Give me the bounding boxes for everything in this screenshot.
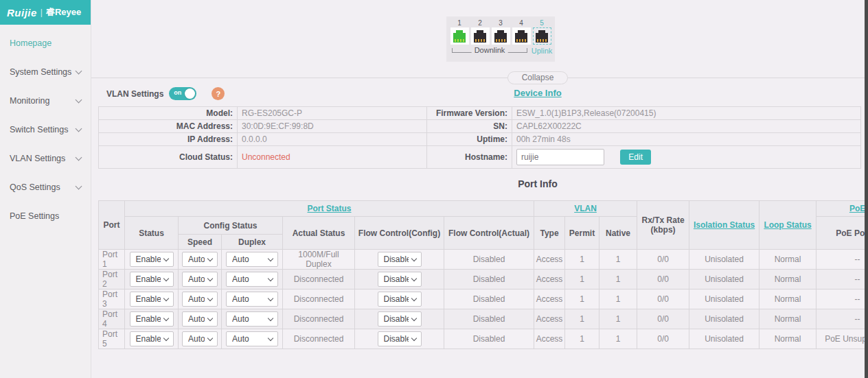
status-dropdown: Enabled xyxy=(130,252,174,267)
duplex-select[interactable]: Auto xyxy=(226,311,278,327)
sidebar-item-vlan-settings[interactable]: VLAN Settings xyxy=(0,144,91,173)
model-label: Model: xyxy=(99,107,238,120)
type-cell: Access xyxy=(534,290,565,309)
flow-control-config-select[interactable]: Disabled xyxy=(378,252,422,267)
duplex-cell: Auto xyxy=(222,309,283,329)
status-cell: Enabled xyxy=(125,270,179,290)
rate-cell: 0/0 xyxy=(637,309,689,329)
vertical-scrollbar[interactable] xyxy=(865,0,868,378)
sidebar-item-qos-settings[interactable]: QoS Settings xyxy=(0,173,91,202)
sidebar-item-system-settings[interactable]: System Settings xyxy=(0,58,91,86)
uplink-label: Uplink xyxy=(529,47,554,55)
speed-select[interactable]: Auto xyxy=(182,311,218,327)
native-cell: 1 xyxy=(599,270,637,290)
loop-cell: Normal xyxy=(760,250,816,270)
flow-control-config-dropdown: Disabled xyxy=(378,331,422,346)
speed-select[interactable]: Auto xyxy=(182,272,218,287)
device-info-link[interactable]: Device Info xyxy=(514,88,561,98)
sidebar-item-monitoring[interactable]: Monitoring xyxy=(0,86,91,115)
speed-select[interactable]: Auto xyxy=(182,331,218,346)
brand-separator: | xyxy=(41,8,43,17)
port-3[interactable]: 3 xyxy=(490,19,511,45)
duplex-cell: Auto xyxy=(222,290,283,309)
permit-cell: 1 xyxy=(565,309,599,329)
status-select[interactable]: Enabled xyxy=(130,331,174,346)
speed-select[interactable]: Auto xyxy=(182,252,218,267)
duplex-select[interactable]: Auto xyxy=(226,331,278,346)
loop-cell: Normal xyxy=(760,329,816,349)
isolation-status-link[interactable]: Isolation Status xyxy=(694,220,755,230)
rj45-connector-icon xyxy=(536,33,548,43)
actual-status-cell: Disconnected xyxy=(283,329,355,349)
speed-select[interactable]: Auto xyxy=(182,292,218,307)
col-permit: Permit xyxy=(565,217,599,250)
sidebar-item-label: Homepage xyxy=(10,38,52,48)
poe-power-cell: -- xyxy=(816,250,868,270)
firmware-value: ESW_1.0(1)B1P3,Release(07200415) xyxy=(512,107,861,120)
flow-control-config-select[interactable]: Disabled xyxy=(378,292,422,307)
sidebar-item-poe-settings[interactable]: PoE Settings xyxy=(0,202,91,231)
edit-hostname-button[interactable]: Edit xyxy=(620,150,651,165)
ports-row: 12345 xyxy=(446,16,555,45)
collapse-button[interactable]: Collapse xyxy=(507,71,568,84)
sidebar-item-label: QoS Settings xyxy=(10,182,60,192)
status-select[interactable]: Enabled xyxy=(130,311,174,327)
port-1[interactable]: 1 xyxy=(449,19,470,45)
duplex-cell: Auto xyxy=(222,329,283,349)
isolation-cell: Unisolated xyxy=(689,290,760,309)
vlan-link[interactable]: VLAN xyxy=(574,204,597,213)
loop-status-link[interactable]: Loop Status xyxy=(764,220,811,230)
sidebar-item-switch-settings[interactable]: Switch Settings xyxy=(0,115,91,144)
status-select[interactable]: Enabled xyxy=(130,252,174,267)
flow-control-config-dropdown: Disabled xyxy=(378,311,422,327)
type-cell: Access xyxy=(534,250,565,270)
device-info-row: Model: RG-ES205GC-P Firmware Version: ES… xyxy=(99,107,861,120)
actual-status-cell: Disconnected xyxy=(283,270,355,290)
col-speed: Speed xyxy=(179,235,222,250)
flow-control-config-cell: Disabled xyxy=(355,270,444,290)
flow-control-config-cell: Disabled xyxy=(355,250,444,270)
port-number: 4 xyxy=(511,19,532,27)
flow-control-config-select[interactable]: Disabled xyxy=(378,272,422,287)
brand-ruijie: Ruijie xyxy=(7,7,37,19)
port-cell: Port 4 xyxy=(99,309,125,329)
group-port-status: Port Status xyxy=(125,201,534,217)
poe-link[interactable]: PoE xyxy=(849,204,865,213)
port-table-row: Port 3EnabledAutoAutoDisconnectedDisable… xyxy=(99,290,868,309)
duplex-select[interactable]: Auto xyxy=(226,272,278,287)
port-5[interactable]: 5 xyxy=(532,19,552,45)
rj45-port-icon xyxy=(450,27,469,45)
col-poe-power: PoE Power xyxy=(816,217,868,250)
loop-cell: Normal xyxy=(760,270,816,290)
port-4[interactable]: 4 xyxy=(511,19,532,45)
isolation-cell: Unisolated xyxy=(689,329,760,349)
actual-status-cell: Disconnected xyxy=(283,290,355,309)
duplex-dropdown: Auto xyxy=(226,311,278,327)
sidebar: Ruijie | 睿Reyee Homepage System Settings… xyxy=(0,0,91,378)
status-select[interactable]: Enabled xyxy=(130,292,174,307)
flow-control-config-select[interactable]: Disabled xyxy=(378,311,422,327)
sidebar-item-homepage[interactable]: Homepage xyxy=(0,29,91,58)
duplex-select[interactable]: Auto xyxy=(226,292,278,307)
flow-control-config-select[interactable]: Disabled xyxy=(378,331,422,346)
status-cell: Enabled xyxy=(125,250,179,270)
help-icon[interactable]: ? xyxy=(212,87,225,100)
port-2[interactable]: 2 xyxy=(470,19,490,45)
status-select[interactable]: Enabled xyxy=(130,272,174,287)
chevron-down-icon xyxy=(76,126,82,132)
ip-label: IP Address: xyxy=(99,133,238,146)
vlan-settings-toggle[interactable]: on xyxy=(169,87,196,100)
status-dropdown: Enabled xyxy=(130,331,174,346)
duplex-dropdown: Auto xyxy=(226,272,278,287)
hostname-input[interactable] xyxy=(516,149,604,165)
chevron-down-icon xyxy=(76,97,82,104)
rj45-connector-icon xyxy=(515,33,527,43)
duplex-select[interactable]: Auto xyxy=(226,252,278,267)
sidebar-item-label: PoE Settings xyxy=(10,211,59,221)
speed-dropdown: Auto xyxy=(182,331,218,346)
flow-control-actual-cell: Disabled xyxy=(444,250,534,270)
cloud-status-label: Cloud Status: xyxy=(99,146,238,169)
rate-cell: 0/0 xyxy=(637,329,689,349)
port-status-link[interactable]: Port Status xyxy=(308,204,352,213)
rj45-connector-icon xyxy=(453,33,466,43)
